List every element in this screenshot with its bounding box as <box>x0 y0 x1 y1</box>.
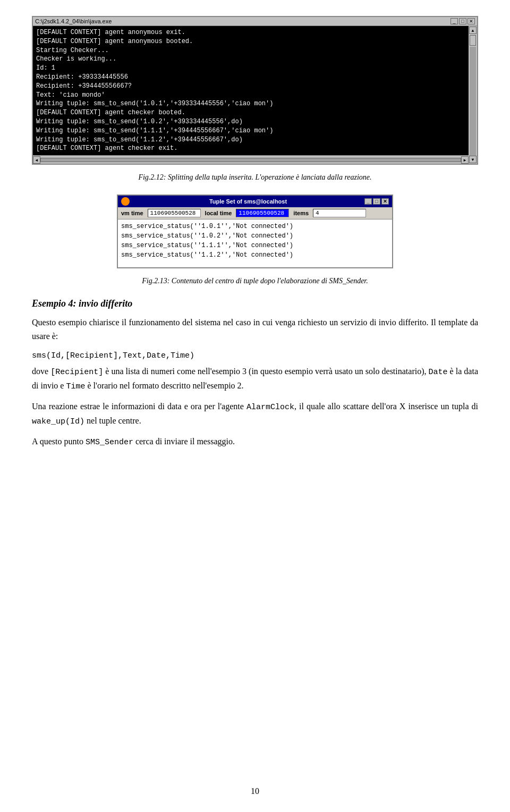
desc1-pre: dove <box>32 367 50 376</box>
desc3-pre: A questo punto <box>32 437 86 446</box>
terminal-maximize-button[interactable]: □ <box>459 18 466 24</box>
terminal-line: Recipient: +394445556667? <box>36 82 465 91</box>
terminal-line: Writing tuple: sms_to_send('1.0.2','+393… <box>36 117 465 126</box>
terminal-line: [DEFAULT CONTEXT] agent anonymous booted… <box>36 37 465 46</box>
terminal-line: Starting Checker... <box>36 46 465 55</box>
scroll-track <box>470 47 476 156</box>
tuple-title-icon <box>121 197 132 206</box>
scroll-down-arrow[interactable]: ▼ <box>469 156 477 163</box>
tuple-minimize-button[interactable]: _ <box>364 198 372 205</box>
scroll-left-arrow[interactable]: ◄ <box>33 156 40 164</box>
tuple-toolbar: vm time 1106905500528 local time 1106905… <box>118 207 392 219</box>
terminal-line: [DEFAULT CONTEXT] agent checker booted. <box>36 108 465 117</box>
scroll-thumb[interactable] <box>470 35 476 46</box>
terminal-close-button[interactable]: ✕ <box>468 18 475 24</box>
terminal-line: Writing tuple: sms_to_send('1.0.1','+393… <box>36 99 465 108</box>
scroll-up-arrow[interactable]: ▲ <box>469 27 477 34</box>
desc3-end: cerca di inviare il messaggio. <box>133 437 235 446</box>
scroll-right-arrow[interactable]: ► <box>461 156 469 164</box>
desc1-paragraph: dove [Recipient] è una lista di numeri c… <box>32 365 478 393</box>
wakeup-code: wake_up(Id) <box>32 417 84 426</box>
recipient-code: [Recipient] <box>50 368 103 377</box>
code-template: sms(Id,[Recipient],Text,Date,Time) <box>32 351 478 360</box>
fig1-caption: Fig.2.12: Splitting della tupla inserita… <box>32 173 478 182</box>
items-label: items <box>293 210 309 216</box>
terminal-body-wrapper: [DEFAULT CONTEXT] agent anonymous exit. … <box>33 26 469 164</box>
tuple-close-button[interactable]: ✕ <box>381 198 389 205</box>
desc3-paragraph: A questo punto SMS_Sender cerca di invia… <box>32 435 478 449</box>
section-heading: Esempio 4: invio differito <box>32 298 478 309</box>
java-icon <box>121 197 130 206</box>
tuple-row-3: sms_service_status(''1.1.1'','Not connec… <box>121 241 389 250</box>
vm-time-label: vm time <box>121 210 143 216</box>
terminal-minimize-button[interactable]: _ <box>450 18 458 24</box>
desc2-mid: , il quale allo scattare dell'ora X inse… <box>294 402 478 411</box>
tuple-row-4: sms_service_status(''1.1.2'','Not connec… <box>121 250 389 260</box>
vm-time-value: 1106905500528 <box>148 209 201 217</box>
desc2-end: nel tuple centre. <box>84 416 141 425</box>
fig2-caption: Fig.2.13: Contenuto del centro di tuple … <box>32 277 478 285</box>
terminal-wrapper: [DEFAULT CONTEXT] agent anonymous exit. … <box>33 26 477 164</box>
terminal-body: [DEFAULT CONTEXT] agent anonymous exit. … <box>33 26 469 155</box>
intro-paragraph: Questo esempio chiarisce il funzionament… <box>32 316 478 343</box>
desc1-mid1: è una lista di numeri come nell'esempio … <box>103 367 428 376</box>
code-template-text: sms(Id,[Recipient],Text,Date,Time) <box>32 351 194 360</box>
terminal-window: C:\j2sdk1.4.2_04\bin\java.exe _ □ ✕ [DEF… <box>32 16 478 165</box>
terminal-line: [DEFAULT CONTEXT] agent anonymous exit. <box>36 28 465 37</box>
terminal-vertical-scrollbar[interactable]: ▲ ▼ <box>469 26 477 164</box>
terminal-horizontal-scrollbar[interactable]: ◄ ► <box>33 155 469 164</box>
terminal-controls: _ □ ✕ <box>450 18 475 24</box>
terminal-line: Writing tuple: sms_to_send('1.1.2','+394… <box>36 136 465 145</box>
terminal-line: Recipient: +393334445556 <box>36 73 465 82</box>
page-number: 10 <box>251 786 259 796</box>
smssender-code: SMS_Sender <box>86 438 133 447</box>
tuple-row-1: sms_service_status(''1.0.1'','Not connec… <box>121 222 389 231</box>
local-time-label: local time <box>205 210 232 216</box>
desc1-end: è l'orario nel formato descritto nell'es… <box>85 381 243 390</box>
terminal-titlebar: C:\j2sdk1.4.2_04\bin\java.exe _ □ ✕ <box>33 17 477 26</box>
terminal-title-text: C:\j2sdk1.4.2_04\bin\java.exe <box>35 18 112 24</box>
terminal-line: Checker is working... <box>36 55 465 64</box>
alarmclock-code: AlarmClock <box>246 403 294 412</box>
local-time-value: 1106905500528 <box>236 209 289 217</box>
items-value: 4 <box>313 209 366 217</box>
terminal-line: Writing tuple: sms_to_send('1.1.1','+394… <box>36 126 465 136</box>
tuple-maximize-button[interactable]: □ <box>373 198 380 205</box>
terminal-line: Id: 1 <box>36 64 465 73</box>
time-code: Time <box>66 382 85 391</box>
terminal-line: Text: 'ciao mondo' <box>36 91 465 100</box>
tuple-row-2: sms_service_status(''1.0.2'','Not connec… <box>121 231 389 241</box>
terminal-line: [DEFAULT CONTEXT] agent checker exit. <box>36 144 465 153</box>
tuple-title-text: Tuple Set of sms@localhost <box>209 198 287 205</box>
tuple-window: Tuple Set of sms@localhost _ □ ✕ vm time… <box>117 194 393 268</box>
desc2-pre: Una reazione estrae le informazioni di d… <box>32 402 246 411</box>
intro-text: Questo esempio chiarisce il funzionament… <box>32 318 478 341</box>
page-content: C:\j2sdk1.4.2_04\bin\java.exe _ □ ✕ [DEF… <box>0 0 510 498</box>
date-code: Date <box>429 368 448 377</box>
tuple-titlebar: Tuple Set of sms@localhost _ □ ✕ <box>118 196 392 207</box>
tuple-body: sms_service_status(''1.0.1'','Not connec… <box>118 219 392 267</box>
tuple-controls: _ □ ✕ <box>364 198 389 205</box>
desc2-paragraph: Una reazione estrae le informazioni di d… <box>32 400 478 428</box>
